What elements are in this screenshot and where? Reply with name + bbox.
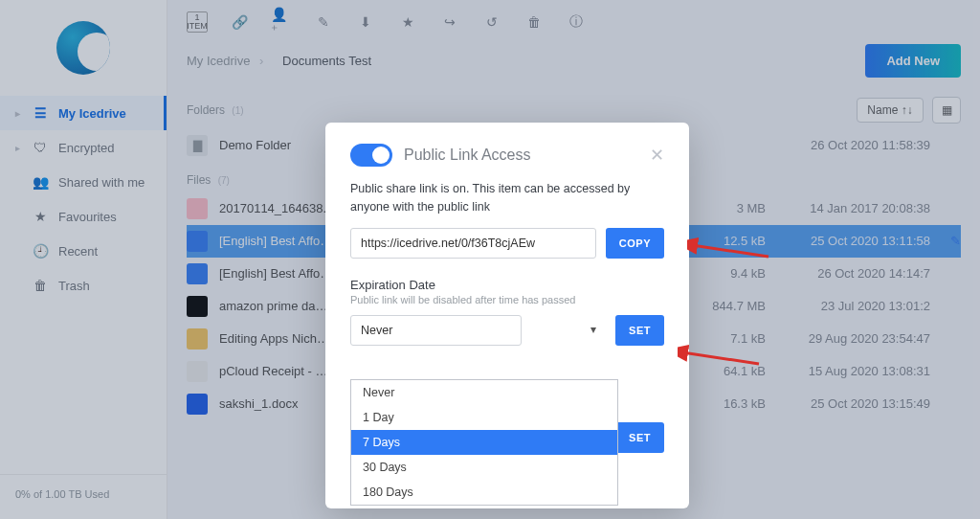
expiration-label: Expiration Date <box>350 278 664 292</box>
expiration-select[interactable] <box>350 315 522 346</box>
expiration-option[interactable]: Never <box>351 380 617 405</box>
modal-description: Public share link is on. This item can b… <box>350 180 664 216</box>
copy-button[interactable]: COPY <box>606 228 664 259</box>
share-link-input[interactable] <box>350 228 596 259</box>
public-link-modal: Public Link Access ✕ Public share link i… <box>325 123 689 508</box>
set-password-button[interactable]: SET <box>615 422 664 453</box>
expiration-option[interactable]: 180 Days <box>351 480 617 505</box>
expiration-dropdown: Never1 Day7 Days30 Days180 Days <box>350 379 618 506</box>
public-link-toggle[interactable] <box>350 144 392 167</box>
set-expiration-button[interactable]: SET <box>615 315 664 346</box>
expiration-option[interactable]: 7 Days <box>351 430 617 455</box>
modal-title: Public Link Access <box>404 147 531 164</box>
expiration-hint: Public link will be disabled after time … <box>350 294 664 305</box>
expiration-option[interactable]: 1 Day <box>351 405 617 430</box>
expiration-option[interactable]: 30 Days <box>351 455 617 480</box>
close-icon[interactable]: ✕ <box>650 145 664 166</box>
